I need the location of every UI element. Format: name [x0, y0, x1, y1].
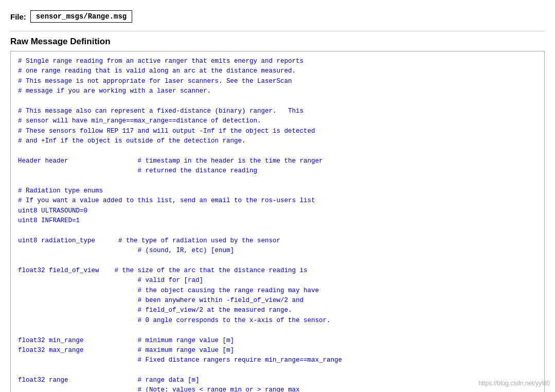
raw-message-code-block: # Single range reading from an active ra…	[10, 51, 545, 392]
file-name: sensor_msgs/Range.msg	[30, 10, 132, 23]
watermark-text: https://blog.csdn.net/yyl80	[478, 380, 550, 387]
raw-section-title: Raw Message Definition	[10, 37, 545, 47]
divider-raw	[10, 31, 545, 31]
file-label: File:	[10, 12, 26, 21]
